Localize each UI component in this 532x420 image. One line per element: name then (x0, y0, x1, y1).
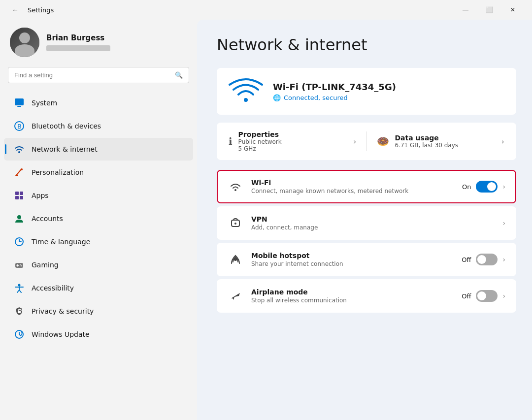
hotspot-toggle[interactable] (476, 254, 498, 265)
user-info: Brian Burgess (46, 33, 110, 51)
svg-line-5 (16, 169, 21, 175)
hotspot-row-right: Off› (462, 254, 505, 265)
svg-point-20 (21, 265, 22, 266)
sidebar-label-system: System (32, 99, 57, 107)
data-usage-title: Data usage (395, 134, 459, 142)
wifi-row-title: Wi-Fi (251, 179, 454, 187)
sidebar-item-apps[interactable]: Apps (4, 184, 193, 207)
wifi-toggle[interactable] (476, 181, 498, 193)
title-bar-title: Settings (28, 6, 54, 14)
minimize-button[interactable]: — (454, 2, 477, 18)
properties-text: Properties Public network 5 GHz (238, 130, 282, 152)
sidebar-label-time: Time & language (32, 238, 90, 246)
hotspot-row-sub: Share your internet connection (251, 260, 454, 267)
sidebar-item-time[interactable]: Time & language (4, 230, 193, 253)
svg-point-31 (234, 223, 236, 225)
back-button[interactable]: ← (8, 4, 23, 16)
wifi-name: Wi-Fi (TP-LINK_7434_5G) (273, 82, 396, 92)
sidebar-item-privacy[interactable]: Privacy & security (4, 300, 193, 323)
wifi-row-icon (228, 179, 243, 194)
wifi-header-left: Wi-Fi (TP-LINK_7434_5G) 🌐 Connected, sec… (229, 78, 396, 105)
apps-icon (14, 190, 25, 201)
user-name: Brian Burgess (46, 33, 110, 42)
sidebar-label-apps: Apps (32, 192, 49, 199)
hotspot-row-icon (228, 252, 243, 267)
title-bar-left: ← Settings (8, 4, 54, 16)
sidebar-label-update: Windows Update (32, 330, 90, 338)
properties-chevron: › (353, 137, 356, 146)
wifi-name-status: Wi-Fi (TP-LINK_7434_5G) 🌐 Connected, sec… (273, 82, 396, 101)
svg-line-25 (19, 290, 21, 292)
search-box[interactable]: 🔍 (8, 67, 189, 83)
settings-row-wifi[interactable]: Wi-FiConnect, manage known networks, met… (217, 170, 516, 203)
hotspot-row-text: Mobile hotspotShare your internet connec… (251, 252, 454, 267)
wifi-status-text: Connected, secured (284, 94, 348, 101)
search-input[interactable] (14, 71, 171, 79)
search-container: 🔍 (0, 67, 197, 91)
svg-point-4 (18, 151, 20, 153)
time-icon (14, 236, 25, 247)
wifi-details-card: ℹ Properties Public network 5 GHz › 🍩 Da… (217, 123, 516, 160)
main-content: Network & internet Wi-Fi (TP-LINK_7434_5… (197, 20, 532, 420)
gaming-icon (14, 259, 25, 270)
title-bar: ← Settings — ⬜ ✕ (0, 0, 532, 20)
sidebar-item-network[interactable]: Network & internet (4, 138, 193, 161)
avatar (10, 28, 39, 57)
globe-icon: 🌐 (273, 94, 281, 101)
close-button[interactable]: ✕ (501, 2, 524, 18)
data-usage-icon: 🍩 (377, 135, 389, 147)
airplane-toggle[interactable] (476, 290, 498, 302)
properties-item[interactable]: ℹ Properties Public network 5 GHz › (229, 130, 357, 152)
hotspot-toggle-label: Off (462, 256, 471, 263)
vpn-row-right: › (502, 219, 505, 227)
sidebar-label-gaming: Gaming (32, 261, 59, 269)
hotspot-row-title: Mobile hotspot (251, 252, 454, 259)
vpn-row-text: VPNAdd, connect, manage (251, 215, 495, 231)
bluetooth-icon: B (14, 121, 25, 131)
settings-row-airplane[interactable]: Airplane modeStop all wireless communica… (217, 279, 516, 313)
sidebar-item-personalization[interactable]: Personalization (4, 161, 193, 184)
svg-rect-26 (18, 311, 21, 313)
svg-text:B: B (17, 123, 22, 130)
user-email-blurred (46, 45, 110, 51)
svg-point-21 (18, 284, 21, 287)
airplane-chevron: › (502, 292, 505, 300)
wifi-row-sub: Connect, manage known networks, metered … (251, 188, 454, 194)
maximize-button[interactable]: ⬜ (478, 2, 500, 18)
wifi-toggle-label: On (462, 183, 471, 191)
app-body: Brian Burgess 🔍 SystemBBluetooth & devic… (0, 20, 532, 420)
data-usage-chevron: › (501, 137, 504, 146)
update-icon (14, 329, 25, 340)
settings-row-vpn[interactable]: VPNAdd, connect, manage› (217, 206, 516, 240)
vpn-chevron: › (502, 219, 505, 227)
wifi-header-card: Wi-Fi (TP-LINK_7434_5G) 🌐 Connected, sec… (217, 68, 516, 115)
detail-divider (366, 131, 367, 151)
wifi-row-text: Wi-FiConnect, manage known networks, met… (251, 179, 454, 194)
svg-rect-9 (20, 192, 23, 195)
svg-rect-8 (15, 192, 19, 195)
privacy-icon (14, 306, 25, 317)
sidebar-item-accessibility[interactable]: Accessibility (4, 277, 193, 299)
sidebar-item-gaming[interactable]: Gaming (4, 254, 193, 276)
info-icon: ℹ (229, 135, 233, 147)
sidebar-item-accounts[interactable]: Accounts (4, 207, 193, 230)
page-title: Network & internet (217, 35, 516, 54)
system-icon (14, 97, 25, 108)
vpn-row-title: VPN (251, 215, 495, 223)
sidebar-label-privacy: Privacy & security (32, 307, 94, 315)
svg-point-6 (21, 168, 23, 170)
svg-point-19 (20, 264, 21, 265)
vpn-row-sub: Add, connect, manage (251, 224, 495, 231)
hotspot-chevron: › (502, 256, 505, 263)
settings-row-hotspot[interactable]: Mobile hotspotShare your internet connec… (217, 243, 516, 276)
avatar-image (10, 28, 39, 57)
svg-point-28 (244, 98, 248, 102)
sidebar-item-update[interactable]: Windows Update (4, 323, 193, 346)
airplane-row-text: Airplane modeStop all wireless communica… (251, 288, 454, 304)
accessibility-icon (14, 283, 25, 293)
sidebar-item-bluetooth[interactable]: BBluetooth & devices (4, 115, 193, 137)
data-usage-item[interactable]: 🍩 Data usage 6.71 GB, last 30 days › (377, 134, 505, 149)
svg-rect-1 (17, 106, 21, 107)
properties-sub1: Public network (238, 138, 282, 145)
sidebar-item-system[interactable]: System (4, 92, 193, 114)
